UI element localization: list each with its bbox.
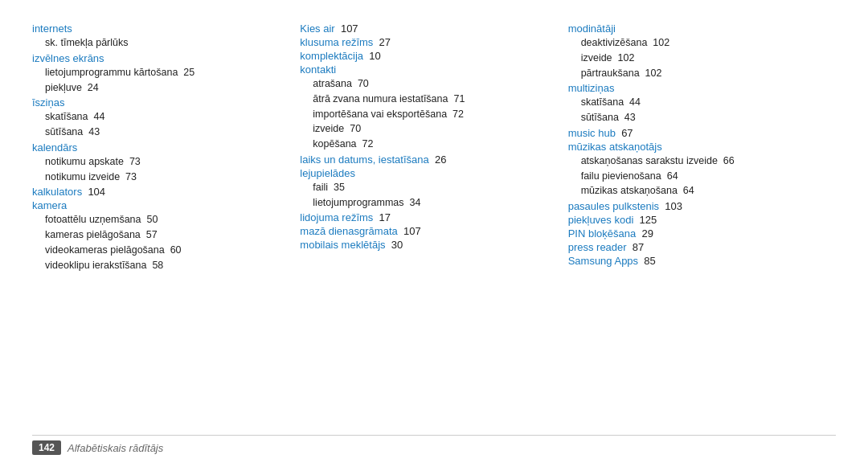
sub-item: piekļuve 24: [32, 80, 284, 96]
sub-item: fotoattēlu uzņemšana 50: [32, 212, 284, 227]
index-entry: kalendārsnotikumu apskate 73notikumu izv…: [32, 141, 284, 185]
entry-title: kamera: [32, 199, 284, 211]
sub-item-page-num: 34: [410, 197, 421, 208]
sub-item: kopēšana 72: [300, 137, 551, 152]
index-entry: PIN bloķēšana 29: [568, 227, 820, 240]
entry-page-num: 17: [379, 211, 391, 223]
entry-title: PIN bloķēšana 29: [568, 227, 820, 240]
sub-item: skatīšana 44: [32, 109, 284, 125]
sub-item-page-num: 73: [129, 156, 141, 167]
sub-item-page-num: 24: [88, 82, 99, 93]
sub-item-page-num: 102: [618, 52, 635, 63]
sub-item: videoklipu ierakstīšana 58: [32, 258, 284, 273]
entry-title: piekļuves kodi 125: [568, 214, 820, 226]
footer-text: Alfabētiskais rādītājs: [68, 442, 163, 454]
sub-item-page-num: 58: [152, 260, 163, 271]
entry-title: internets: [32, 23, 284, 35]
sub-item-page-num: 102: [645, 68, 662, 79]
entry-title: mobilais meklētājs 30: [300, 239, 551, 251]
entry-title: lejupielādes: [300, 167, 551, 179]
entry-page-num: 85: [644, 255, 655, 267]
sub-item: kameras pielāgošana 57: [32, 227, 284, 243]
entry-title: press reader 87: [568, 241, 820, 253]
sub-item: pārtraukšana 102: [568, 66, 820, 81]
sub-item-page-num: 43: [88, 126, 100, 137]
entry-page-num: 67: [621, 127, 633, 139]
sub-item-page-num: 44: [93, 111, 104, 122]
page: internetssk. tīmekļa pārlūksizvēlnes ekr…: [0, 0, 868, 471]
sub-item: izveide 102: [568, 51, 820, 66]
sub-item-page-num: 43: [624, 112, 636, 123]
entry-title: pasaules pulkstenis 103: [568, 200, 820, 212]
index-entry: izvēlnes ekrānslietojumprogrammu kārtoša…: [32, 52, 284, 96]
entry-title: modinātāji: [568, 23, 820, 35]
sub-item: lietojumprogrammas 34: [300, 195, 551, 211]
entry-title: komplektācija 10: [300, 50, 551, 62]
sub-item-page-num: 71: [453, 93, 465, 104]
sub-item: atskaņošanas sarakstu izveide 66: [568, 154, 820, 169]
index-entry: Kies air 107: [300, 23, 551, 35]
sub-item-page-num: 60: [170, 244, 182, 256]
index-entry: komplektācija 10: [300, 50, 551, 62]
entry-title: lidojuma režīms 17: [300, 211, 551, 223]
index-entry: Samsung Apps 85: [568, 255, 820, 267]
sub-item: atrašana 70: [300, 76, 551, 92]
entry-title: kontakti: [300, 63, 551, 76]
entry-page-num: 107: [403, 225, 421, 237]
sub-item: ātrā zvana numura iestatīšana 71: [300, 92, 551, 107]
index-entry: multiziņasskatīšana 44sūtīšana 43: [568, 82, 820, 125]
sub-item: faili 35: [300, 180, 551, 195]
sub-item: notikumu apskate 73: [32, 154, 284, 170]
column-3: modinātājideaktivizēšana 102izveide 102p…: [568, 23, 836, 427]
entry-title: multiziņas: [568, 82, 820, 94]
entry-title: laiks un datums, iestatīšana 26: [300, 154, 551, 166]
entry-page-num: 30: [391, 239, 403, 251]
entry-title: Kies air 107: [300, 23, 551, 35]
index-columns: internetssk. tīmekļa pārlūksizvēlnes ekr…: [32, 23, 836, 427]
sub-item-page-num: 57: [146, 229, 158, 240]
entry-title: klusuma režīms 27: [300, 36, 551, 48]
entry-page-num: 27: [379, 36, 391, 48]
index-entry: mazā dienasgrāmata 107: [300, 225, 551, 237]
entry-page-num: 104: [88, 186, 105, 198]
sub-item: sk. tīmekļa pārlūks: [32, 35, 284, 51]
index-entry: pasaules pulkstenis 103: [568, 200, 820, 212]
entry-title: music hub 67: [568, 127, 820, 139]
sub-item-page-num: 50: [146, 214, 158, 225]
index-entry: modinātājideaktivizēšana 102izveide 102p…: [568, 23, 820, 80]
entry-title: mūzikas atskaņotājs: [568, 141, 820, 153]
entry-title: kalkulators 104: [32, 186, 284, 198]
sub-item: lietojumprogrammu kārtošana 25: [32, 65, 284, 80]
sub-item-page-num: 64: [667, 170, 678, 182]
footer: 142 Alfabētiskais rādītājs: [32, 435, 836, 455]
entry-title: īsziņas: [32, 96, 284, 109]
sub-item: deaktivizēšana 102: [568, 35, 820, 51]
sub-item-page-num: 70: [350, 123, 361, 134]
sub-item-page-num: 102: [653, 37, 669, 48]
sub-item: mūzikas atskaņošana 64: [568, 183, 820, 199]
entry-page-num: 87: [633, 241, 644, 253]
index-entry: press reader 87: [568, 241, 820, 253]
sub-item-page-num: 72: [362, 138, 374, 149]
entry-title: kalendārs: [32, 141, 284, 154]
sub-item-page-num: 72: [452, 109, 464, 120]
sub-item-page-num: 70: [358, 78, 369, 89]
sub-item: notikumu izveide 73: [32, 170, 284, 185]
entry-page-num: 29: [641, 227, 653, 240]
sub-item: izveide 70: [300, 121, 551, 137]
sub-item-page-num: 64: [683, 185, 694, 196]
index-entry: kontaktiatrašana 70ātrā zvana numura ies…: [300, 63, 551, 152]
index-entry: laiks un datums, iestatīšana 26: [300, 154, 551, 166]
index-entry: kalkulators 104: [32, 186, 284, 198]
sub-item: importēšana vai eksportēšana 72: [300, 107, 551, 122]
sub-item-page-num: 73: [125, 171, 137, 182]
entry-title: mazā dienasgrāmata 107: [300, 225, 551, 237]
entry-page-num: 10: [369, 50, 380, 62]
index-entry: mūzikas atskaņotājsatskaņošanas sarakstu…: [568, 141, 820, 199]
column-2: Kies air 107klusuma režīms 27komplektāci…: [300, 23, 567, 427]
sub-item-page-num: 44: [629, 96, 641, 108]
index-entry: lejupielādesfaili 35lietojumprogrammas 3…: [300, 167, 551, 211]
entry-page-num: 26: [435, 154, 446, 166]
entry-title: Samsung Apps 85: [568, 255, 820, 267]
index-entry: kamerafotoattēlu uzņemšana 50kameras pie…: [32, 199, 284, 272]
